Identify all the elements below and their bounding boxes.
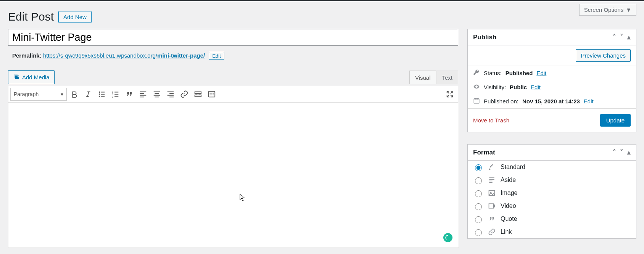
add-new-button[interactable]: Add New bbox=[58, 11, 92, 23]
key-icon bbox=[473, 69, 480, 77]
format-label: Image bbox=[501, 190, 517, 196]
panel-toggle-icon[interactable]: ▴ bbox=[627, 148, 631, 156]
link-button[interactable] bbox=[178, 88, 190, 100]
align-left-button[interactable] bbox=[137, 88, 149, 100]
panel-up-icon[interactable]: ˄ bbox=[613, 148, 616, 156]
edit-visibility-link[interactable]: Edit bbox=[531, 84, 541, 90]
panel-down-icon[interactable]: ˅ bbox=[620, 33, 623, 41]
format-selector-label: Paragraph bbox=[14, 91, 39, 97]
status-label: Status: bbox=[484, 70, 502, 76]
chevron-down-icon: ▾ bbox=[61, 91, 63, 97]
visibility-value: Public bbox=[510, 84, 527, 90]
screen-options-label: Screen Options bbox=[584, 6, 623, 13]
align-center-button[interactable] bbox=[151, 88, 163, 100]
bold-button[interactable] bbox=[68, 88, 80, 100]
edit-status-link[interactable]: Edit bbox=[536, 70, 546, 76]
panel-toggle-icon[interactable]: ▴ bbox=[627, 33, 631, 41]
svg-rect-9 bbox=[489, 190, 495, 195]
fullscreen-button[interactable] bbox=[444, 88, 456, 100]
svg-point-2 bbox=[99, 93, 100, 95]
update-button[interactable]: Update bbox=[600, 114, 631, 127]
italic-button[interactable] bbox=[82, 88, 94, 100]
svg-rect-7 bbox=[209, 92, 215, 97]
format-label: Aside bbox=[501, 177, 516, 183]
published-label: Published on: bbox=[484, 98, 518, 104]
visibility-label: Visibility: bbox=[484, 84, 506, 90]
numbered-list-button[interactable]: 123 bbox=[109, 88, 122, 100]
permalink-link[interactable]: https://s-qwc9q9x5xs6bl.eu1.wpsandbox.or… bbox=[43, 52, 205, 59]
read-more-button[interactable] bbox=[192, 88, 204, 100]
format-radio-video[interactable] bbox=[475, 203, 482, 210]
calendar-icon bbox=[473, 97, 480, 105]
eye-icon bbox=[473, 83, 480, 91]
media-icon bbox=[13, 73, 20, 81]
format-label: Video bbox=[501, 203, 516, 209]
panel-up-icon[interactable]: ˄ bbox=[613, 33, 616, 41]
post-title-input[interactable] bbox=[8, 29, 458, 46]
format-radio-image[interactable] bbox=[475, 190, 482, 197]
format-selector[interactable]: Paragraph ▾ bbox=[10, 88, 67, 101]
published-value: Nov 15, 2020 at 14:23 bbox=[522, 98, 580, 104]
publish-box-title: Publish bbox=[473, 34, 496, 41]
add-media-button[interactable]: Add Media bbox=[8, 70, 55, 84]
trash-link[interactable]: Move to Trash bbox=[473, 117, 509, 124]
format-label: Link bbox=[501, 228, 512, 235]
status-circle-icon bbox=[443, 233, 452, 242]
screen-options-button[interactable]: Screen Options ▼ bbox=[579, 4, 636, 16]
align-right-button[interactable] bbox=[164, 88, 177, 100]
edit-schedule-link[interactable]: Edit bbox=[584, 98, 594, 104]
edit-permalink-button[interactable]: Edit bbox=[209, 52, 224, 60]
quote-icon bbox=[488, 215, 496, 223]
svg-rect-11 bbox=[489, 204, 494, 208]
format-box-title: Format bbox=[473, 149, 495, 156]
video-icon bbox=[488, 202, 496, 210]
tab-text[interactable]: Text bbox=[436, 71, 458, 84]
format-option-link[interactable]: Link bbox=[468, 225, 636, 238]
format-radio-quote[interactable] bbox=[475, 216, 482, 223]
tab-visual[interactable]: Visual bbox=[409, 71, 436, 84]
status-value: Published bbox=[506, 70, 533, 76]
content-editor[interactable] bbox=[8, 103, 459, 248]
format-option-quote[interactable]: Quote bbox=[468, 212, 636, 225]
svg-point-0 bbox=[18, 76, 19, 77]
format-radio-standard[interactable] bbox=[475, 164, 482, 171]
blockquote-button[interactable] bbox=[123, 88, 135, 100]
svg-text:3: 3 bbox=[112, 95, 114, 98]
svg-point-3 bbox=[99, 96, 100, 97]
add-media-label: Add Media bbox=[22, 74, 50, 80]
format-option-image[interactable]: Image bbox=[468, 186, 636, 199]
svg-point-1 bbox=[99, 92, 100, 93]
chevron-down-icon: ▼ bbox=[626, 6, 631, 13]
format-label: Standard bbox=[501, 164, 525, 170]
format-label: Quote bbox=[501, 215, 517, 222]
svg-rect-8 bbox=[474, 99, 479, 103]
standard-icon bbox=[488, 163, 496, 171]
format-radio-link[interactable] bbox=[475, 229, 482, 236]
format-radio-aside[interactable] bbox=[475, 177, 482, 184]
link-icon bbox=[488, 228, 496, 236]
preview-changes-button[interactable]: Preview Changes bbox=[576, 49, 631, 62]
format-option-aside[interactable]: Aside bbox=[468, 174, 636, 186]
panel-down-icon[interactable]: ˅ bbox=[620, 148, 623, 156]
toolbar-toggle-button[interactable] bbox=[206, 88, 218, 100]
format-option-standard[interactable]: Standard bbox=[468, 161, 636, 174]
permalink-label: Permalink: bbox=[12, 52, 42, 59]
bullet-list-button[interactable] bbox=[96, 88, 108, 100]
format-option-video[interactable]: Video bbox=[468, 199, 636, 212]
aside-icon bbox=[488, 176, 496, 184]
page-title: Edit Post bbox=[8, 10, 54, 23]
image-icon bbox=[488, 189, 496, 197]
